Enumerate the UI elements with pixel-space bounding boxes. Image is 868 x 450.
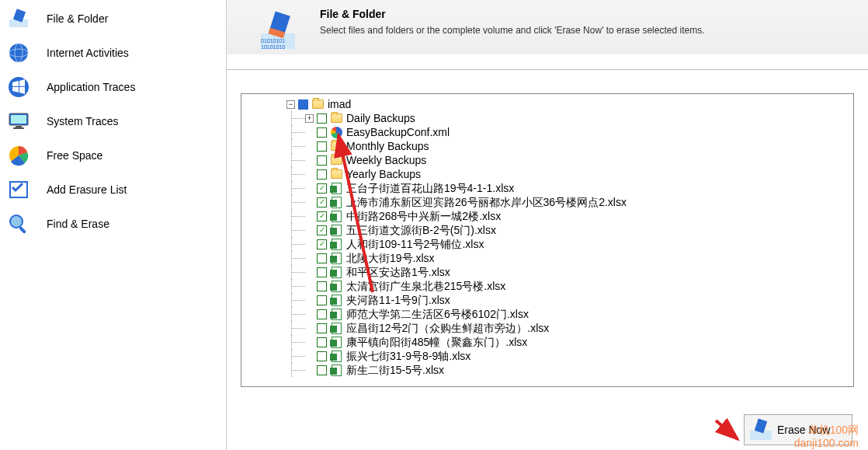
- checkbox[interactable]: [298, 99, 308, 110]
- checkbox[interactable]: [317, 183, 327, 194]
- sidebar-item-app-traces[interactable]: Application Traces: [0, 70, 226, 104]
- tree-item[interactable]: 上海市浦东新区迎宾路26号丽都水岸小区36号楼网点2.xlsx: [243, 195, 852, 209]
- tree-label: 和平区安达路1号.xlsx: [345, 265, 452, 279]
- tree-item[interactable]: Monthly Backups: [243, 139, 852, 153]
- sidebar-item-label: File & Folder: [47, 12, 108, 25]
- tree-item[interactable]: Weekly Backups: [243, 153, 852, 167]
- sidebar-item-free-space[interactable]: Free Space: [0, 138, 226, 173]
- tree-label: 上海市浦东新区迎宾路26号丽都水岸小区36号楼网点2.xlsx: [345, 195, 628, 209]
- svg-rect-13: [19, 226, 26, 234]
- xlsx-icon: [330, 336, 342, 348]
- checkbox[interactable]: [317, 323, 327, 333]
- svg-line-22: [716, 420, 738, 439]
- tree-label: 师范大学第二生活区6号楼6102门.xlsx: [345, 307, 530, 321]
- erase-now-button[interactable]: Erase Now: [744, 414, 852, 445]
- globe-icon: [5, 42, 33, 64]
- folder-icon: [330, 112, 342, 124]
- checkbox[interactable]: [317, 253, 327, 263]
- folder-icon: [330, 140, 342, 152]
- xlsx-icon: [330, 308, 342, 320]
- xlsx-icon: [330, 364, 342, 376]
- tree-item[interactable]: 三台子街道百花山路19号4-1-1.xlsx: [243, 181, 852, 195]
- tree-label: Monthly Backups: [345, 139, 431, 153]
- expand-icon[interactable]: +: [305, 114, 314, 123]
- svg-text:10101010: 10101010: [261, 44, 285, 50]
- page-subtitle: Select files and folders or the complete…: [320, 25, 704, 36]
- tree-item[interactable]: 振兴七街31-9号8-9轴.xlsx: [243, 349, 852, 363]
- collapse-icon[interactable]: −: [286, 100, 295, 109]
- eraser-icon: [748, 417, 774, 442]
- tree-label: Yearly Backups: [345, 167, 422, 181]
- tree-label: 五三街道文源街B-2号(5门).xlsx: [345, 223, 498, 237]
- tree-item[interactable]: 康平镇向阳街485幢（聚鑫东门）.xlsx: [243, 335, 852, 349]
- checkbox[interactable]: [317, 141, 327, 152]
- sidebar-item-find-erase[interactable]: Find & Erase: [0, 207, 226, 241]
- sidebar-item-label: Free Space: [47, 149, 102, 162]
- sidebar-item-label: Find & Erase: [47, 218, 109, 230]
- xlsx-icon: [330, 252, 342, 264]
- tree-item[interactable]: 应昌街12号2门（众购生鲜超市旁边）.xlsx: [243, 321, 852, 335]
- tree-item[interactable]: 夹河路11-1号9门.xlsx: [243, 293, 852, 307]
- checkbox[interactable]: [317, 351, 327, 361]
- xlsx-icon: [330, 280, 342, 292]
- tree-root[interactable]: −imad: [243, 97, 852, 111]
- tree-label: 人和街109-11号2号铺位.xlsx: [345, 237, 485, 251]
- checkbox[interactable]: [317, 225, 327, 235]
- tree-item[interactable]: Yearly Backups: [243, 167, 852, 181]
- tree-label: 应昌街12号2门（众购生鲜超市旁边）.xlsx: [345, 321, 550, 335]
- checkbox[interactable]: [317, 365, 327, 375]
- checkbox[interactable]: [317, 267, 327, 277]
- folder-icon: [330, 168, 342, 180]
- annotation-arrow-icon: [713, 416, 744, 447]
- xlsx-icon: [330, 350, 342, 362]
- tree-label: 太清宫街广生泉北巷215号楼.xlsx: [345, 279, 507, 293]
- sidebar-item-system-traces[interactable]: System Traces: [0, 104, 226, 138]
- tree-item[interactable]: 和平区安达路1号.xlsx: [243, 265, 852, 279]
- tree-item[interactable]: 人和街109-11号2号铺位.xlsx: [243, 237, 852, 251]
- eraser-icon: 1010101001010101: [255, 8, 301, 54]
- sidebar-item-label: Application Traces: [47, 81, 135, 93]
- xlsx-icon: [330, 182, 342, 194]
- monitor-icon: [5, 110, 33, 132]
- tree-item[interactable]: 新生二街15-5号.xlsx: [243, 363, 852, 377]
- tree-item[interactable]: 五三街道文源街B-2号(5门).xlsx: [243, 223, 852, 237]
- checkbox[interactable]: [317, 197, 327, 208]
- tree-item[interactable]: 太清宫街广生泉北巷215号楼.xlsx: [243, 279, 852, 293]
- svg-rect-7: [11, 115, 26, 124]
- tree-label: Daily Backups: [345, 111, 417, 125]
- svg-rect-9: [13, 127, 24, 129]
- eraser-icon: [5, 8, 33, 30]
- sidebar-item-add-erasure[interactable]: Add Erasure List: [0, 173, 226, 207]
- checkbox[interactable]: [317, 113, 327, 124]
- checkbox[interactable]: [317, 281, 327, 291]
- sidebar-item-internet[interactable]: Internet Activities: [0, 36, 226, 70]
- checkbox[interactable]: [317, 127, 327, 138]
- tree-label: 振兴七街31-9号8-9轴.xlsx: [345, 349, 472, 363]
- checkbox[interactable]: [317, 239, 327, 249]
- tree-item[interactable]: +Daily Backups: [243, 111, 852, 125]
- tree-item[interactable]: 北陵大街19号.xlsx: [243, 251, 852, 265]
- file-tree[interactable]: −imad+Daily BackupsEasyBackupConf.xmlMon…: [241, 93, 854, 387]
- checkbox[interactable]: [317, 309, 327, 319]
- checkbox[interactable]: [317, 169, 327, 180]
- sidebar-item-file-folder[interactable]: File & Folder: [0, 2, 226, 36]
- tree-label: 北陵大街19号.xlsx: [345, 251, 436, 265]
- xlsx-icon: [330, 196, 342, 208]
- main-panel: 1010101001010101 File & Folder Select fi…: [227, 0, 868, 450]
- checkbox[interactable]: [317, 337, 327, 347]
- svg-text:01010101: 01010101: [261, 38, 285, 44]
- svg-rect-11: [10, 182, 27, 197]
- checkbox[interactable]: [317, 211, 327, 222]
- tree-label: 康平镇向阳街485幢（聚鑫东门）.xlsx: [345, 335, 529, 349]
- tree-item[interactable]: EasyBackupConf.xml: [243, 125, 852, 139]
- checkbox[interactable]: [317, 295, 327, 305]
- checkbox[interactable]: [317, 155, 327, 166]
- tree-label: 中街路268号中兴新一城2楼.xlsx: [345, 209, 502, 223]
- tree-item[interactable]: 师范大学第二生活区6号楼6102门.xlsx: [243, 307, 852, 321]
- tree-label: imad: [326, 97, 352, 111]
- tree-label: 夹河路11-1号9门.xlsx: [345, 293, 452, 307]
- tree-label: 三台子街道百花山路19号4-1-1.xlsx: [345, 181, 516, 195]
- sidebar-item-label: System Traces: [47, 115, 119, 127]
- checklist-icon: [5, 179, 33, 201]
- tree-item[interactable]: 中街路268号中兴新一城2楼.xlsx: [243, 209, 852, 223]
